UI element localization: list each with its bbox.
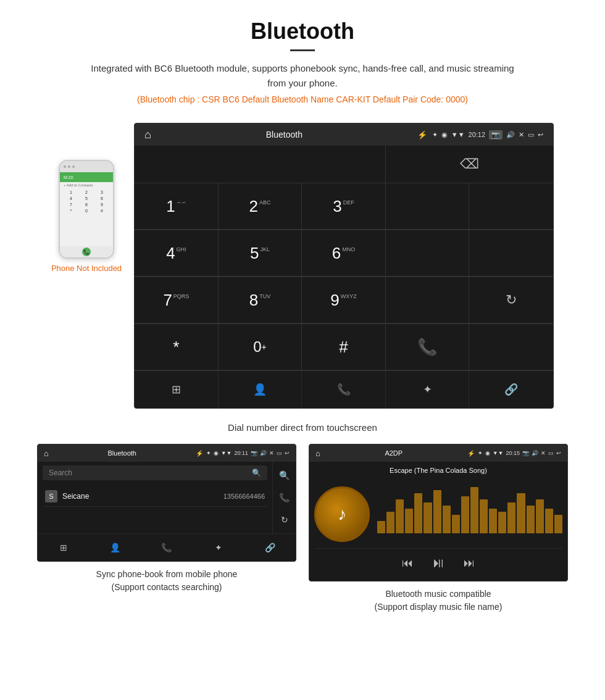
contact-letter: S [45, 490, 57, 502]
camera-icon[interactable]: 📷 [489, 130, 503, 140]
viz-bar [424, 502, 432, 533]
contacts-sidebar-actions: 🔍 📞 ↻ [272, 462, 296, 533]
key-1[interactable]: 1∽∽ [135, 183, 219, 230]
viz-bar [545, 509, 553, 533]
key-hash[interactable]: # [302, 324, 386, 370]
contact-row[interactable]: S Seicane 13566664466 [43, 486, 267, 507]
contacts-search-action[interactable]: 🔍 [275, 465, 293, 485]
key-empty-6 [469, 324, 553, 370]
viz-bar [554, 515, 562, 533]
music-screen-wrap: ⌂ A2DP ⚡ ✦◉▼▼ 20:15 📷 🔊 ✕ ▭ ↩ Escape (Th… [309, 444, 568, 616]
contacts-call-action[interactable]: 📞 [275, 488, 293, 507]
dial-caption: Dial number direct from touchscreen [0, 415, 605, 444]
usb-icon: ⚡ [417, 130, 427, 140]
phone-bottom-bar: 📞 [60, 246, 113, 257]
nav-bluetooth[interactable]: ✦ [386, 371, 470, 408]
backspace-area[interactable]: ⌫ [386, 146, 553, 183]
window-icon[interactable]: ▭ [528, 131, 534, 139]
contacts-nav-keypad[interactable]: ⊞ [38, 534, 90, 561]
viz-bar [517, 493, 525, 533]
signal-icon: ▼▼ [451, 131, 465, 138]
keypad-row-1: 1∽∽ 2ABC 3DEF [135, 183, 553, 230]
music-album-art: ♪ [314, 486, 370, 542]
contacts-home-icon[interactable]: ⌂ [44, 449, 49, 458]
viz-bar [386, 512, 394, 533]
key-2[interactable]: 2ABC [219, 183, 302, 230]
number-input-area[interactable] [135, 146, 386, 183]
music-caption: Bluetooth music compatible (Support disp… [309, 581, 568, 616]
key-star[interactable]: * [135, 324, 219, 370]
key-empty-4 [469, 230, 553, 277]
nav-phone[interactable]: 📞 [302, 371, 386, 408]
title-divider [290, 49, 315, 51]
call-row: * 0+ # 📞 [135, 324, 553, 371]
key-5[interactable]: 5JKL [219, 230, 302, 277]
contacts-status-icons: ✦◉▼▼ 20:11 📷 🔊 ✕ ▭ ↩ [206, 450, 290, 456]
main-dial-section: M:20 + Add to Contacts 1 2 3 4 5 6 7 8 9… [0, 123, 605, 409]
contacts-nav-phone[interactable]: 📞 [141, 534, 193, 561]
home-icon[interactable]: ⌂ [144, 128, 151, 141]
contacts-list: S Seicane 13566664466 [38, 484, 272, 509]
close-icon[interactable]: ✕ [519, 131, 524, 139]
key-3[interactable]: 3DEF [302, 183, 386, 230]
key-9[interactable]: 9WXYZ [302, 277, 386, 323]
status-bar: ⌂ Bluetooth ⚡ ✦ ◉ ▼▼ 20:12 📷 🔊 ✕ ▭ ↩ [135, 123, 553, 146]
contact-number: 13566664466 [223, 493, 265, 500]
play-pause-button[interactable]: ⏯ [432, 555, 445, 571]
back-icon[interactable]: ↩ [538, 131, 543, 139]
volume-icon[interactable]: 🔊 [506, 131, 515, 139]
dial-screen: ⌂ Bluetooth ⚡ ✦ ◉ ▼▼ 20:12 📷 🔊 ✕ ▭ ↩ ⌫ [134, 123, 554, 409]
prev-button[interactable]: ⏮ [402, 557, 413, 570]
next-button[interactable]: ⏭ [464, 557, 475, 570]
phone-contacts-label: + Add to Contacts [60, 182, 113, 188]
music-note-icon: ♪ [338, 504, 346, 524]
contact-name: Seicane [62, 492, 223, 501]
contacts-main: Search 🔍 S Seicane 13566664466 [38, 462, 272, 533]
contacts-nav-bt[interactable]: ✦ [193, 534, 244, 561]
key-4[interactable]: 4GHI [135, 230, 219, 277]
phone-illustration: M:20 + Add to Contacts 1 2 3 4 5 6 7 8 9… [59, 160, 114, 259]
viz-bar [452, 515, 460, 533]
viz-bar [470, 487, 478, 533]
viz-bar [461, 496, 469, 533]
music-screen-title: A2DP [323, 449, 464, 457]
keypad-row-2: 4GHI 5JKL 6MNO [135, 230, 553, 277]
music-screen: ⌂ A2DP ⚡ ✦◉▼▼ 20:15 📷 🔊 ✕ ▭ ↩ Escape (Th… [309, 444, 568, 581]
phone-green-bar: M:20 [60, 172, 113, 182]
key-call-green[interactable]: 📞 [386, 324, 470, 370]
nav-contacts[interactable]: 👤 [219, 371, 302, 408]
viz-bar [443, 506, 451, 533]
contacts-caption: Sync phone-book from mobile phone (Suppo… [37, 562, 296, 596]
music-content: Escape (The Pina Colada Song) ♪ ⏮ ⏯ ⏭ [309, 462, 567, 581]
key-zero[interactable]: 0+ [219, 324, 302, 370]
contacts-nav-contacts[interactable]: 👤 [90, 534, 141, 561]
contacts-search[interactable]: Search 🔍 [43, 465, 267, 480]
phone-dot [64, 165, 66, 168]
bottom-screens: ⌂ Bluetooth ⚡ ✦◉▼▼ 20:11 📷 🔊 ✕ ▭ ↩ Searc… [0, 444, 605, 616]
viz-bar [536, 499, 544, 533]
key-7[interactable]: 7PQRS [135, 277, 219, 323]
contacts-bottom-nav: ⊞ 👤 📞 ✦ 🔗 [38, 533, 296, 561]
music-home-icon[interactable]: ⌂ [315, 449, 320, 458]
number-display: ⌫ [135, 146, 553, 183]
key-refresh[interactable]: ↻ [469, 277, 553, 323]
viz-bar [377, 521, 385, 533]
contacts-usb-icon: ⚡ [196, 450, 203, 457]
bluetooth-specs: (Bluetooth chip : CSR BC6 Default Blueto… [12, 94, 593, 104]
music-status-bar: ⌂ A2DP ⚡ ✦◉▼▼ 20:15 📷 🔊 ✕ ▭ ↩ [309, 444, 567, 462]
search-icon: 🔍 [252, 469, 261, 477]
music-viz [377, 493, 562, 536]
contacts-refresh-action[interactable]: ↻ [277, 510, 292, 530]
music-visualizer-area: ♪ [314, 480, 562, 548]
keypad-row-3: 7PQRS 8TUV 9WXYZ ↻ [135, 277, 553, 324]
contacts-screen-title: Bluetooth [52, 449, 193, 457]
contacts-screen-wrap: ⌂ Bluetooth ⚡ ✦◉▼▼ 20:11 📷 🔊 ✕ ▭ ↩ Searc… [37, 444, 296, 616]
viz-bar [527, 506, 535, 533]
key-6[interactable]: 6MNO [302, 230, 386, 277]
viz-bar [396, 499, 404, 533]
key-8[interactable]: 8TUV [219, 277, 302, 323]
nav-link[interactable]: 🔗 [469, 371, 553, 408]
contacts-nav-link[interactable]: 🔗 [244, 534, 296, 561]
nav-keypad[interactable]: ⊞ [135, 371, 219, 408]
key-empty-5 [386, 277, 470, 323]
